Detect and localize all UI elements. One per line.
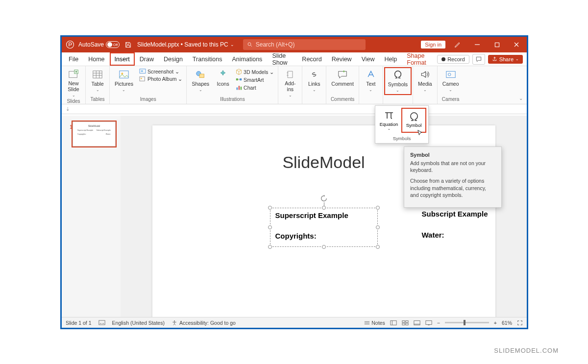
svg-rect-14	[236, 78, 238, 80]
zoom-slider[interactable]	[445, 322, 489, 323]
rotate-handle-icon[interactable]	[320, 194, 328, 202]
zoom-level[interactable]: 61%	[502, 320, 512, 326]
sorter-view-button[interactable]	[402, 320, 409, 326]
notes-button[interactable]: Notes	[364, 320, 385, 326]
ribbon-group-symbols: Symbols⌄	[383, 66, 413, 104]
symbol-menu-item[interactable]: Symbol	[401, 108, 426, 133]
ribbon-group-media: Media⌄	[413, 66, 438, 104]
record-button[interactable]: Record	[437, 55, 469, 64]
table-button[interactable]: Table⌄	[89, 68, 106, 93]
shapes-button[interactable]: Shapes⌄	[190, 68, 211, 93]
tab-draw[interactable]: Draw	[135, 52, 159, 66]
symbols-dropdown: Equation⌄ Symbol Symbols	[375, 105, 429, 144]
tab-animations[interactable]: Animations	[227, 52, 268, 66]
fit-to-window-button[interactable]	[517, 320, 523, 326]
tab-slide-show[interactable]: Slide Show	[267, 52, 297, 66]
subscript-textbox[interactable]: Subscript Example Water:	[422, 210, 488, 239]
links-button[interactable]: Links⌄	[305, 68, 323, 93]
comments-pane-button[interactable]	[472, 54, 485, 65]
close-button[interactable]	[509, 38, 524, 51]
normal-view-button[interactable]	[390, 320, 397, 326]
icons-button[interactable]: Icons	[214, 68, 232, 88]
media-button[interactable]: Media⌄	[416, 68, 434, 93]
resize-handle[interactable]	[376, 225, 380, 229]
svg-rect-13	[199, 74, 204, 77]
svg-rect-21	[98, 320, 104, 325]
tab-view[interactable]: View	[357, 52, 380, 66]
overflow-icon[interactable]: ⇣	[66, 106, 70, 112]
addins-button[interactable]: Add- ins⌄	[281, 68, 299, 98]
tab-design[interactable]: Design	[159, 52, 188, 66]
accessibility-status[interactable]: Accessibility: Good to go	[172, 320, 236, 326]
tab-transitions[interactable]: Transitions	[188, 52, 227, 66]
document-title: SlideModel.pptx • Saved to this PC	[137, 41, 228, 48]
search-input[interactable]: Search (Alt+Q)	[243, 39, 366, 50]
screenshot-button[interactable]: Screenshot ⌄	[138, 68, 184, 75]
resize-handle[interactable]	[268, 225, 272, 229]
svg-rect-16	[237, 88, 238, 90]
new-slide-button[interactable]: New Slide⌄	[65, 68, 82, 98]
ribbon-group-tables: Table⌄ Tables	[86, 66, 110, 104]
tab-review[interactable]: Review	[327, 52, 357, 66]
smartart-button[interactable]: SmartArt	[235, 76, 275, 83]
minimize-button[interactable]	[470, 38, 485, 51]
chart-button[interactable]: Chart	[235, 84, 275, 91]
subtitle-icon[interactable]	[98, 320, 105, 325]
tab-home[interactable]: Home	[83, 52, 109, 66]
resize-handle[interactable]	[322, 245, 326, 249]
save-icon[interactable]	[124, 41, 132, 49]
resize-handle[interactable]	[376, 245, 380, 249]
accessibility-icon	[172, 320, 177, 326]
tab-help[interactable]: Help	[380, 52, 402, 66]
symbol-tooltip: Symbol Add symbols that are not on your …	[404, 146, 502, 208]
3d-models-button[interactable]: 3D Models ⌄	[235, 68, 275, 75]
cameo-button[interactable]: Cameo⌄	[441, 68, 461, 93]
text-button[interactable]: Text⌄	[362, 68, 380, 93]
tab-shape-format[interactable]: Shape Format	[402, 52, 437, 66]
svg-rect-25	[406, 320, 408, 322]
pen-icon[interactable]	[450, 38, 465, 51]
photo-album-button[interactable]: Photo Album ⌄	[138, 75, 184, 82]
symbols-button[interactable]: Symbols⌄	[384, 67, 412, 95]
signin-button[interactable]: Sign in	[421, 41, 445, 49]
comment-button[interactable]: Comment	[329, 68, 356, 88]
maximize-button[interactable]	[490, 38, 504, 51]
tab-file[interactable]: File	[64, 52, 83, 66]
slideshow-view-button[interactable]	[425, 320, 432, 326]
reading-view-button[interactable]	[414, 320, 420, 326]
share-button[interactable]: Share⌄	[488, 55, 523, 64]
textbox-value[interactable]: Copyrights:	[275, 232, 317, 240]
svg-rect-6	[120, 71, 128, 78]
textbox-heading[interactable]: Superscript Example	[275, 211, 348, 219]
status-bar: Slide 1 of 1 English (United States) Acc…	[62, 317, 527, 328]
zoom-in-button[interactable]: +	[494, 320, 497, 326]
autosave-toggle[interactable]: AutoSave Off	[78, 41, 120, 48]
slide-thumbnail-1[interactable]: SlideModel Superscript ExampleSubscript …	[72, 121, 117, 147]
search-icon	[247, 42, 253, 48]
ribbon-group-illustrations: Shapes⌄ Icons 3D Models ⌄ SmartArt Chart…	[187, 66, 278, 104]
ribbon-label-slides: Slides	[67, 98, 80, 105]
language-indicator[interactable]: English (United States)	[112, 320, 165, 326]
svg-point-11	[141, 78, 142, 79]
title-dropdown-icon[interactable]: ⌄	[230, 42, 234, 47]
zoom-out-button[interactable]: −	[437, 320, 440, 326]
tab-record[interactable]: Record	[297, 52, 326, 66]
smartart-icon	[236, 76, 242, 83]
slide-thumbnails-panel[interactable]: 1 SlideModel Superscript ExampleSubscrip…	[62, 116, 121, 317]
app-window: AutoSave Off SlideModel.pptx • Saved to …	[60, 35, 528, 329]
resize-handle[interactable]	[322, 206, 326, 210]
resize-handle[interactable]	[268, 245, 272, 249]
svg-rect-9	[141, 70, 143, 72]
svg-point-0	[67, 41, 74, 49]
selected-textbox[interactable]: Superscript Example Copyrights:	[270, 208, 378, 247]
pictures-button[interactable]: Pictures⌄	[113, 68, 135, 93]
equation-menu-item[interactable]: Equation⌄	[377, 108, 400, 133]
tab-insert[interactable]: Insert	[110, 52, 135, 66]
svg-rect-15	[240, 78, 242, 80]
pi-icon	[383, 110, 395, 121]
ribbon-collapse-icon[interactable]: ⌄	[519, 96, 523, 101]
quick-access-bar: ⇣	[62, 104, 527, 114]
resize-handle[interactable]	[268, 206, 272, 210]
tooltip-title: Symbol	[410, 152, 495, 158]
resize-handle[interactable]	[376, 206, 380, 210]
